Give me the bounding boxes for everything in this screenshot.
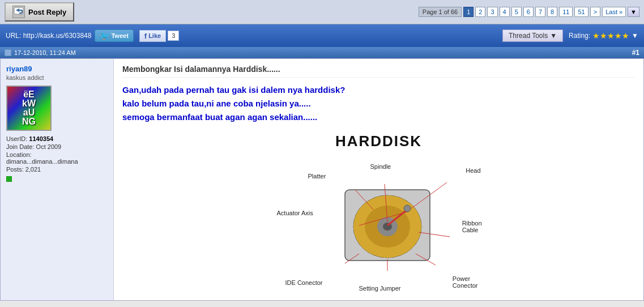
svg-point-10 bbox=[383, 223, 392, 231]
rating-stars: ★★★★★ bbox=[592, 31, 629, 40]
ribbon-line2: Cable bbox=[462, 227, 482, 233]
posts-count: 2,021 bbox=[25, 166, 41, 173]
post-reply-button[interactable]: Post Reply bbox=[5, 2, 74, 22]
calendar-icon bbox=[5, 49, 11, 56]
tweet-button[interactable]: 🐦 Tweet bbox=[95, 29, 133, 42]
svg-rect-5 bbox=[345, 190, 430, 261]
post-number: #1 bbox=[632, 49, 639, 57]
page-4[interactable]: 4 bbox=[500, 7, 510, 17]
page-3[interactable]: 3 bbox=[487, 7, 497, 17]
pagination: Page 1 of 66 1 2 3 4 5 6 7 8 11 51 > Las… bbox=[419, 7, 639, 17]
join-label: Join Date: bbox=[6, 143, 35, 150]
fb-count: 3 bbox=[168, 31, 179, 41]
label-jumper: Setting Jumper bbox=[359, 285, 401, 292]
page-7[interactable]: 7 bbox=[535, 7, 545, 17]
post-meta-bar: 17-12-2010, 11:24 AM #1 bbox=[0, 47, 644, 58]
label-actuator: Actuator Axis bbox=[277, 210, 313, 216]
post-body-line3: semoga bermanfaat buat agan agan sekalia… bbox=[122, 110, 635, 124]
page-51[interactable]: 51 bbox=[574, 7, 588, 17]
page-1[interactable]: 1 bbox=[463, 7, 474, 17]
thread-tools-dropdown-icon: ▼ bbox=[550, 32, 557, 40]
online-indicator bbox=[6, 176, 12, 182]
hdd-diagram: Spindle Platter Head Actuator Axis Ribbo… bbox=[271, 159, 487, 295]
post-title: Membongkar Isi dalamannya Harddisk...... bbox=[122, 65, 635, 78]
thread-tools-label: Thread Tools bbox=[509, 32, 548, 40]
svg-line-20 bbox=[416, 254, 436, 265]
page-8[interactable]: 8 bbox=[547, 7, 557, 17]
user-details: UserID: 1140354 Join Date: Oct 2009 Loca… bbox=[6, 135, 108, 183]
svg-line-16 bbox=[359, 212, 407, 225]
page-next[interactable]: > bbox=[590, 7, 600, 17]
power-line2: Conector bbox=[453, 282, 478, 289]
page-dropdown[interactable]: ▼ bbox=[628, 7, 639, 17]
blue-header: URL: http://kask.us/6303848 🐦 Tweet f Li… bbox=[0, 24, 644, 47]
harddisk-title: HARDDISK bbox=[122, 133, 635, 150]
user-sidebar: riyan89 kaskus addict ëEkWaUNG UserID: 1… bbox=[1, 59, 114, 300]
post-body-line1: Gan,udah pada pernah tau gak isi dalem n… bbox=[122, 83, 635, 97]
location-value: dimana...dimana...dimana bbox=[6, 158, 78, 165]
label-power: Power Conector bbox=[453, 275, 478, 289]
reply-icon bbox=[12, 6, 25, 18]
fb-like-label: Like bbox=[148, 32, 161, 39]
location-row: Location: dimana...dimana...dimana bbox=[6, 151, 108, 165]
page-last[interactable]: Last » bbox=[602, 7, 626, 17]
userid-row: UserID: 1140354 bbox=[6, 135, 108, 142]
fb-like-area: f Like 3 bbox=[139, 30, 179, 42]
post-reply-label: Post Reply bbox=[28, 8, 66, 16]
fb-icon: f bbox=[144, 32, 147, 40]
svg-line-11 bbox=[387, 210, 407, 225]
label-spindle: Spindle bbox=[370, 163, 391, 170]
svg-line-15 bbox=[411, 182, 447, 208]
rating-label: Rating: bbox=[569, 32, 590, 40]
svg-point-7 bbox=[353, 195, 421, 258]
rating-dropdown-icon: ▼ bbox=[632, 32, 638, 40]
fb-like-button[interactable]: f Like bbox=[139, 30, 166, 42]
label-ribbon: Ribbon Cable bbox=[462, 220, 482, 233]
userid-value: 1140354 bbox=[29, 135, 53, 142]
userid-label: UserID: bbox=[6, 135, 27, 142]
page-6[interactable]: 6 bbox=[523, 7, 534, 17]
page-2[interactable]: 2 bbox=[475, 7, 485, 17]
username-link[interactable]: riyan89 bbox=[6, 65, 32, 73]
join-date: Oct 2009 bbox=[36, 143, 62, 150]
page-label: Page 1 of 66 bbox=[419, 7, 462, 17]
content-area: riyan89 kaskus addict ëEkWaUNG UserID: 1… bbox=[0, 58, 644, 301]
url-text: URL: http://kask.us/6303848 bbox=[6, 32, 91, 40]
ribbon-line1: Ribbon bbox=[462, 220, 482, 227]
posts-label: Posts: bbox=[6, 166, 24, 173]
thread-tools-button[interactable]: Thread Tools ▼ bbox=[502, 29, 563, 42]
join-row: Join Date: Oct 2009 bbox=[6, 143, 108, 150]
top-bar: Post Reply Page 1 of 66 1 2 3 4 5 6 7 8 … bbox=[0, 0, 644, 24]
svg-point-6 bbox=[353, 195, 421, 258]
post-date-text: 17-12-2010, 11:24 AM bbox=[14, 49, 76, 56]
label-ide: IDE Conector bbox=[285, 279, 323, 286]
user-role: kaskus addict bbox=[6, 74, 108, 81]
hdd-diagram-svg bbox=[271, 159, 487, 295]
svg-point-8 bbox=[365, 206, 410, 248]
label-head: Head bbox=[466, 167, 480, 174]
post-date: 17-12-2010, 11:24 AM bbox=[5, 49, 76, 56]
page-5[interactable]: 5 bbox=[511, 7, 522, 17]
location-label: Location: bbox=[6, 151, 32, 158]
svg-line-18 bbox=[345, 254, 359, 263]
label-platter: Platter bbox=[308, 173, 326, 180]
tweet-label: Tweet bbox=[111, 32, 128, 39]
svg-point-12 bbox=[404, 205, 411, 212]
twitter-icon: 🐦 bbox=[100, 31, 109, 40]
power-line1: Power bbox=[453, 275, 478, 282]
post-body: Gan,udah pada pernah tau gak isi dalem n… bbox=[122, 83, 635, 124]
svg-point-9 bbox=[377, 217, 398, 236]
user-avatar: ëEkWaUNG bbox=[6, 86, 52, 131]
post-body-line2: kalo belum pada tau,ni ane coba njelasin… bbox=[122, 97, 635, 110]
posts-row: Posts: 2,021 bbox=[6, 166, 108, 173]
svg-line-13 bbox=[385, 184, 387, 222]
rating-area: Rating: ★★★★★ ▼ bbox=[569, 31, 638, 40]
page-11[interactable]: 11 bbox=[559, 7, 573, 17]
url-section: URL: http://kask.us/6303848 🐦 Tweet bbox=[6, 29, 134, 42]
post-content: Membongkar Isi dalamannya Harddisk......… bbox=[114, 59, 643, 300]
svg-line-17 bbox=[419, 232, 450, 237]
svg-line-14 bbox=[355, 190, 373, 210]
